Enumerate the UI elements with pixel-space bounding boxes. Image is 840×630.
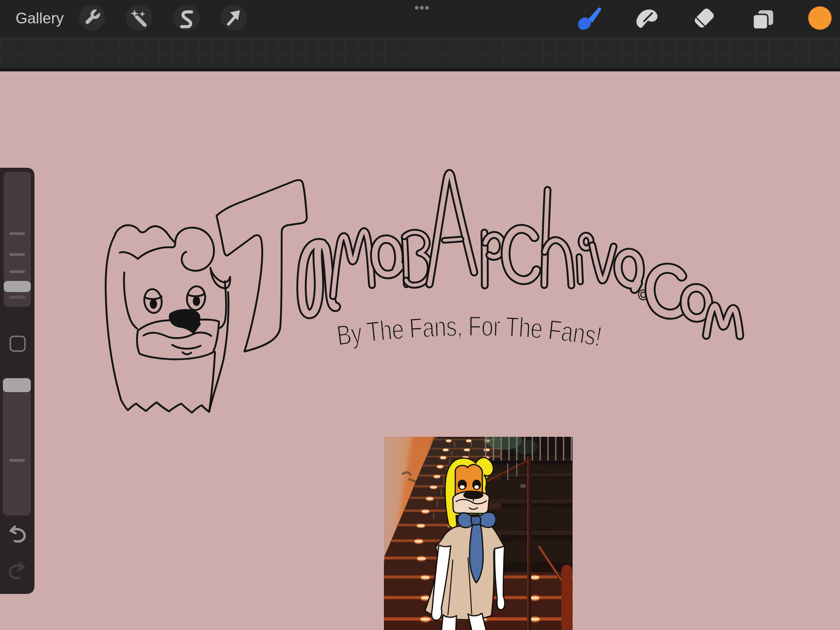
svg-text:Gallery: Gallery (16, 10, 64, 27)
svg-text:88: 88 (520, 484, 525, 488)
